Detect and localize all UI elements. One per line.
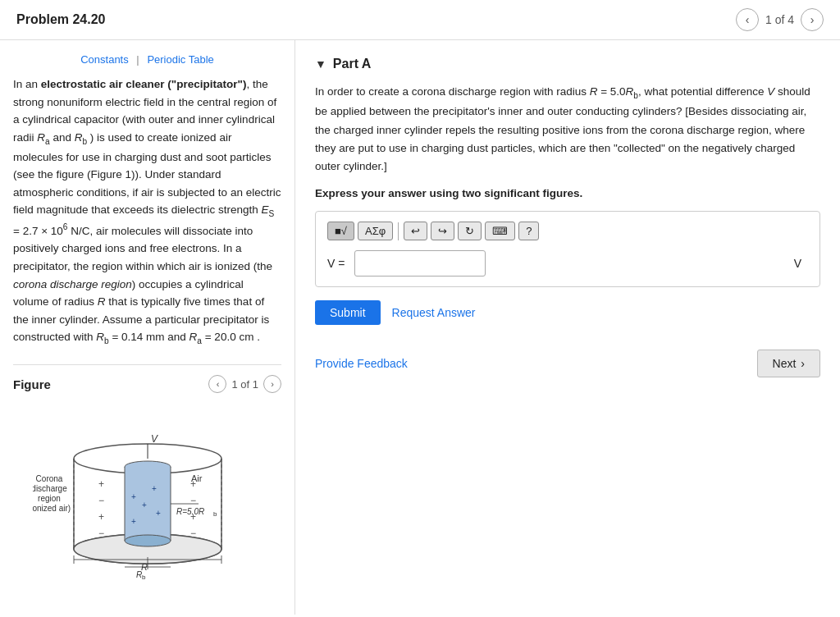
svg-text:+: + [98,478,104,490]
svg-text:b: b [213,510,217,518]
link-separator: | [136,53,139,66]
svg-text:−: − [98,495,104,506]
svg-text:+: + [142,500,147,510]
svg-text:+: + [131,517,136,526]
svg-text:R=5.0R: R=5.0R [176,507,204,516]
svg-text:+: + [156,509,161,518]
svg-text:Corona: Corona [35,474,62,483]
keyboard-button[interactable]: ⌨ [485,222,515,240]
symbol-button[interactable]: ΑΣφ [358,222,393,240]
constants-link[interactable]: Constants [80,53,129,66]
redo-icon: ↪ [438,225,447,237]
submit-button[interactable]: Submit [315,300,381,325]
problem-header: Problem 24.20 ‹ 1 of 4 › [0,0,840,40]
svg-text:Air: Air [191,473,203,483]
svg-text:discharge: discharge [33,484,67,493]
problem-body-text: In an electrostatic air cleaner ("precip… [13,75,281,348]
svg-rect-8 [125,467,171,541]
request-answer-link[interactable]: Request Answer [392,306,476,319]
part-toggle-icon[interactable]: ▼ [315,57,326,71]
problem-title: Problem 24.20 [16,12,106,27]
answer-box: ■√ ΑΣφ ↩ ↪ ↻ ⌨ [315,211,820,287]
cylinder-figure: + − + − + − + − + + + + + [33,409,262,590]
svg-text:+: + [131,492,136,501]
part-label: Part A [333,57,372,71]
figure-header: Figure ‹ 1 of 1 › [13,375,281,393]
bottom-row: Provide Feedback Next › [315,350,820,377]
action-row: Submit Request Answer [315,300,820,325]
toolbar-separator [398,222,399,240]
figure-counter: 1 of 1 [231,378,258,391]
next-problem-button[interactable]: › [801,8,824,31]
main-content: Constants | Periodic Table In an electro… [0,40,840,615]
periodic-table-link[interactable]: Periodic Table [147,53,213,66]
header-navigation: ‹ 1 of 4 › [736,8,824,31]
math-toolbar: ■√ ΑΣφ ↩ ↪ ↻ ⌨ [327,222,808,240]
svg-text:b: b [142,574,146,581]
figure-prev-button[interactable]: ‹ [208,375,226,393]
undo-icon: ↩ [411,225,420,237]
next-chevron-icon: › [801,357,805,370]
prev-problem-button[interactable]: ‹ [736,8,759,31]
help-button[interactable]: ? [518,222,539,240]
svg-text:−: − [190,495,196,506]
answer-input-field[interactable] [354,250,486,277]
symbol-icon: ΑΣφ [365,225,386,237]
refresh-icon: ↻ [465,225,474,237]
svg-text:R: R [141,562,148,572]
right-panel: ▼ Part A In order to create a corona dis… [295,40,840,615]
equation-label: V = [327,257,345,270]
matrix-icon: ■√ [335,225,347,237]
problem-text: In an electrostatic air cleaner ("precip… [13,75,281,348]
figure-navigation: ‹ 1 of 1 › [208,375,281,393]
svg-text:+: + [98,511,104,523]
left-panel: Constants | Periodic Table In an electro… [0,40,295,615]
svg-text:−: − [98,528,104,539]
next-button[interactable]: Next › [757,350,820,377]
svg-text:+: + [152,484,157,493]
figure-container: + − + − + − + − + + + + + [13,401,281,598]
svg-text:region: region [38,494,61,503]
svg-text:V: V [151,433,158,445]
matrix-button[interactable]: ■√ [327,222,354,240]
express-significant-figures: Express your answer using two significan… [315,187,820,199]
figure-title: Figure [13,377,51,391]
help-icon: ? [526,225,532,237]
svg-point-11 [125,535,171,546]
svg-text:(ionized air): (ionized air) [33,504,71,513]
keyboard-icon: ⌨ [492,225,508,237]
part-description: In order to create a corona discharge re… [315,83,820,176]
unit-label: V [794,257,808,270]
part-header: ▼ Part A [315,57,820,71]
redo-button[interactable]: ↪ [431,222,454,240]
next-label: Next [773,357,797,370]
problem-counter: 1 of 4 [765,13,794,26]
answer-input-row: V = V [327,250,808,277]
refresh-button[interactable]: ↻ [458,222,482,240]
resource-links: Constants | Periodic Table [13,53,281,66]
svg-text:−: − [190,528,196,539]
undo-button[interactable]: ↩ [404,222,427,240]
figure-section: Figure ‹ 1 of 1 › [13,364,281,598]
figure-next-button[interactable]: › [263,375,281,393]
provide-feedback-link[interactable]: Provide Feedback [315,357,408,370]
